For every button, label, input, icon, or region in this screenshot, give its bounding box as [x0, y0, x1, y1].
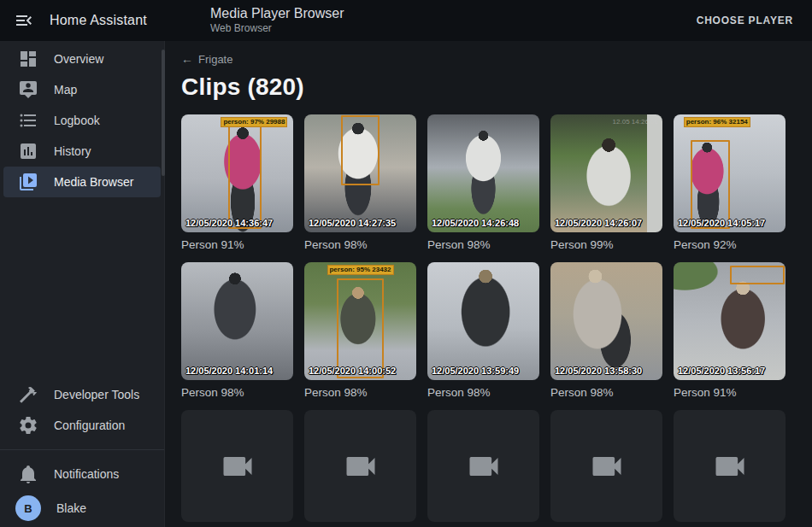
sidebar-item-history[interactable]: History — [3, 136, 161, 167]
sidebar-item-label: Configuration — [54, 419, 125, 432]
camera-osd-timestamp: 12.05 14:26:06 — [613, 118, 658, 126]
clips-grid: person: 97% 2998812/05/2020 14:36:47Pers… — [181, 114, 812, 527]
clip-timestamp: 12/05/2020 14:27:35 — [309, 218, 396, 228]
folder-item-today-164[interactable]: Today (164) — [181, 410, 293, 527]
user-name: Blake — [56, 501, 86, 515]
clip-caption: Person 98% — [304, 386, 416, 399]
back-arrow-icon: ← — [181, 52, 193, 66]
clip-thumbnail: person: 95% 2343212/05/2020 14:00:52 — [304, 262, 416, 380]
bell-icon — [18, 464, 38, 484]
sidebar-item-map[interactable]: Map — [3, 74, 161, 105]
clip-timestamp: 12/05/2020 14:01:14 — [185, 366, 273, 376]
folder-tile — [674, 410, 786, 522]
detection-label: person: 95% 23432 — [327, 265, 393, 275]
media-browser-content: ← Frigate Clips (820) person: 97% 299881… — [166, 41, 812, 527]
sidebar-item-configuration[interactable]: Configuration — [3, 410, 161, 441]
folder-item-last-month-318[interactable]: Last Month (318) — [550, 410, 662, 527]
folder-item-back-427[interactable]: Back (427) — [674, 410, 786, 527]
clip-item[interactable]: person: 96% 3215412/05/2020 14:05:17Pers… — [674, 114, 786, 251]
header-left: Home Assistant — [0, 10, 165, 31]
sidebar-divider — [0, 449, 164, 450]
folder-tile — [181, 410, 293, 522]
breadcrumb-back-frigate[interactable]: ← Frigate — [181, 52, 232, 66]
clip-item[interactable]: 12/05/2020 13:59:49Person 98% — [427, 262, 539, 399]
clip-caption: Person 99% — [550, 238, 662, 251]
hammer-icon — [18, 384, 38, 405]
clip-timestamp: 12/05/2020 14:36:47 — [185, 218, 273, 228]
clip-item[interactable]: 12/05/2020 14:01:14Person 98% — [181, 262, 293, 399]
clip-caption: Person 98% — [181, 386, 293, 399]
clip-thumbnail: 12/05/2020 14:01:14 — [181, 262, 293, 380]
menu-open-icon[interactable] — [14, 10, 34, 31]
map-account-icon — [18, 79, 38, 100]
folder-tile — [550, 410, 662, 522]
clip-caption: Person 98% — [427, 238, 539, 251]
sidebar-item-developer-tools[interactable]: Developer Tools — [3, 379, 161, 410]
clip-timestamp: 12/05/2020 14:26:07 — [555, 218, 642, 228]
clip-item[interactable]: person: 95% 2343212/05/2020 14:00:52Pers… — [304, 262, 416, 399]
sidebar-nav-bottom: Developer ToolsConfiguration — [0, 379, 164, 441]
sidebar-spacer — [0, 197, 164, 379]
play-box-multiple-icon — [18, 172, 38, 192]
avatar: B — [15, 495, 41, 521]
video-camera-icon — [465, 448, 503, 485]
clip-thumbnail: person: 97% 2998812/05/2020 14:36:47 — [181, 114, 293, 232]
folder-tile — [427, 410, 539, 522]
page-subtitle: Web Browser — [210, 23, 344, 35]
clip-thumbnail: 12/05/2020 14:27:35 — [304, 114, 416, 232]
clip-thumbnail: person: 96% 3215412/05/2020 14:05:17 — [674, 114, 786, 232]
clip-item[interactable]: person: 97% 2998812/05/2020 14:36:47Pers… — [181, 114, 293, 251]
sidebar-item-label: Notifications — [54, 467, 119, 481]
sidebar-item-label: Developer Tools — [54, 388, 139, 401]
detection-label: person: 97% 29988 — [221, 117, 287, 127]
sidebar-item-notifications[interactable]: Notifications — [3, 459, 161, 489]
sidebar-item-media-browser[interactable]: Media Browser — [3, 167, 161, 197]
clip-timestamp: 12/05/2020 13:56:17 — [678, 366, 765, 376]
clip-item[interactable]: 12.05 14:26:0612/05/2020 14:26:07Person … — [550, 114, 662, 251]
sidebar-item-logbook[interactable]: Logbook — [3, 105, 161, 136]
clip-item[interactable]: 12/05/2020 13:56:17Person 91% — [674, 262, 786, 399]
clip-timestamp: 12/05/2020 14:05:17 — [678, 218, 765, 228]
sidebar-item-overview[interactable]: Overview — [3, 44, 161, 74]
clip-item[interactable]: 12/05/2020 13:58:30Person 98% — [550, 262, 662, 399]
video-camera-icon — [711, 448, 749, 485]
sidebar-item-label: Overview — [54, 52, 103, 66]
clip-caption: Person 98% — [304, 238, 416, 251]
detection-bbox — [337, 278, 384, 378]
detection-bbox — [730, 266, 785, 284]
page-heading-clips-count: Clips (820) — [181, 73, 812, 101]
clip-caption: Person 92% — [674, 238, 786, 251]
video-camera-icon — [342, 448, 380, 485]
app-header: Home Assistant Media Player Browser Web … — [0, 0, 812, 41]
list-bulleted-icon — [18, 110, 38, 131]
clip-item[interactable]: 12/05/2020 14:26:48Person 98% — [427, 114, 539, 251]
sidebar-item-label: History — [54, 144, 91, 158]
gear-icon — [18, 415, 38, 436]
sidebar-item-user[interactable]: B Blake — [3, 489, 161, 527]
video-camera-icon — [219, 448, 256, 485]
clip-thumbnail: 12/05/2020 13:58:30 — [550, 262, 662, 380]
page-title-block: Media Player Browser Web Browser — [210, 6, 344, 35]
folder-item-yesterday-209[interactable]: Yesterday (209) — [304, 410, 416, 527]
video-camera-icon — [588, 448, 626, 485]
sidebar-nav-top: OverviewMapLogbookHistoryMedia Browser — [0, 44, 164, 197]
clip-timestamp: 12/05/2020 13:58:30 — [555, 366, 642, 376]
clip-timestamp: 12/05/2020 14:26:48 — [432, 218, 519, 228]
detection-label: person: 96% 32154 — [684, 117, 750, 127]
app-title: Home Assistant — [50, 13, 147, 28]
choose-player-button[interactable]: CHOOSE PLAYER — [690, 8, 800, 33]
detection-bbox — [691, 140, 730, 228]
clip-timestamp: 12/05/2020 13:59:49 — [432, 366, 519, 376]
page-title: Media Player Browser — [210, 6, 344, 21]
clip-thumbnail: 12/05/2020 13:56:17 — [674, 262, 786, 380]
detection-bbox — [228, 121, 262, 228]
view-dashboard-icon — [18, 49, 38, 69]
folder-item-this-month-502[interactable]: This Month (502) — [427, 410, 539, 527]
clip-caption: Person 98% — [550, 386, 662, 399]
clip-caption: Person 98% — [427, 386, 539, 399]
clip-item[interactable]: 12/05/2020 14:27:35Person 98% — [304, 114, 416, 251]
detection-bbox — [341, 115, 380, 184]
sidebar-scrollbar[interactable] — [162, 50, 165, 176]
sidebar-item-label: Map — [54, 83, 77, 97]
sidebar-item-label: Media Browser — [54, 175, 133, 189]
